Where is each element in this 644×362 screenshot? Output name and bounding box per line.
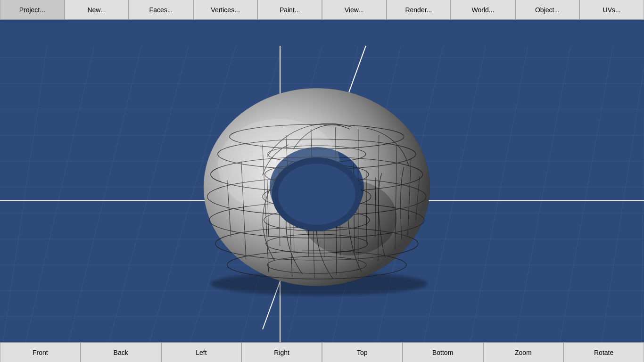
viewport[interactable]: [0, 20, 644, 342]
faces-menu-button[interactable]: Faces...: [129, 0, 193, 19]
vertices-menu-button[interactable]: Vertices...: [193, 0, 258, 19]
paint-menu-button[interactable]: Paint...: [257, 0, 322, 19]
top-view-button[interactable]: Top: [322, 343, 403, 362]
render-menu-button[interactable]: Render...: [387, 0, 451, 19]
back-view-button[interactable]: Back: [81, 343, 161, 362]
uvs-menu-button[interactable]: UVs...: [579, 0, 644, 19]
project-menu-button[interactable]: Project...: [0, 0, 65, 19]
rotate-button[interactable]: Rotate: [563, 343, 644, 362]
left-view-button[interactable]: Left: [161, 343, 242, 362]
new-menu-button[interactable]: New...: [65, 0, 129, 19]
torus-object: [185, 58, 449, 304]
front-view-button[interactable]: Front: [0, 343, 81, 362]
torus-svg: [185, 58, 449, 303]
right-view-button[interactable]: Right: [241, 343, 322, 362]
bottom-view-button[interactable]: Bottom: [403, 343, 483, 362]
bottom-menu-bar: Front Back Left Right Top Bottom Zoom Ro…: [0, 342, 644, 362]
object-menu-button[interactable]: Object...: [515, 0, 580, 19]
world-menu-button[interactable]: World...: [451, 0, 515, 19]
zoom-button[interactable]: Zoom: [483, 343, 564, 362]
view-menu-button[interactable]: View...: [322, 0, 387, 19]
svg-point-69: [278, 164, 355, 225]
top-menu-bar: Project... New... Faces... Vertices... P…: [0, 0, 644, 20]
